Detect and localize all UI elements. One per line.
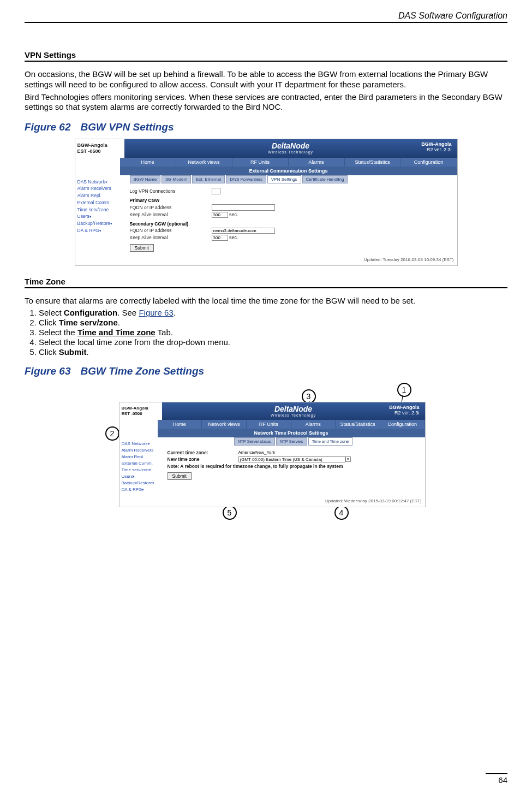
vpn-paragraph-2: Bird Technologies offers monitoring serv…: [25, 92, 507, 113]
nav-home[interactable]: Home: [120, 158, 176, 167]
figure-62-caption: BGW VPN Settings: [80, 121, 174, 133]
step-4: Select the local time zone from the drop…: [39, 337, 507, 347]
step-1: Select Configuration. See Figure 63.: [39, 308, 507, 317]
brand-banner: DeltaNode Wireless Technology BGW-Angola…: [124, 139, 457, 158]
log-vpn-checkbox[interactable]: [212, 188, 220, 194]
tz-tab-bar: NTP Server status NTP Servers Time and T…: [168, 437, 420, 446]
figure-63-link[interactable]: Figure 63: [139, 308, 173, 317]
primary-keepalive-input[interactable]: 300: [212, 212, 228, 218]
tz-submit-button[interactable]: Submit: [168, 472, 192, 480]
tz-side-backup[interactable]: Backup/Restore: [122, 480, 160, 486]
tz-side-external-comm[interactable]: External Comm.: [122, 460, 160, 467]
tz-side-alarm-receivers[interactable]: Alarm Receivers: [122, 447, 160, 454]
secondary-fqdn-label: FQDN or IP address: [130, 228, 212, 233]
side-external-comm[interactable]: External Comm.: [77, 199, 122, 206]
tz-host-label: BGW-AngolaEST -0500: [119, 402, 162, 419]
tab-ntp-server-status[interactable]: NTP Server status: [234, 437, 275, 446]
host-label: BGW-AngolaEST -0500: [75, 139, 124, 158]
callout-4: 4: [334, 506, 349, 520]
tab-bar: BGW Name 3G-Modem Ext. Ethernet DNS Forw…: [130, 175, 452, 183]
tab-vpn-settings[interactable]: VPN Settings: [267, 175, 301, 183]
section-heading-timezone: Time Zone: [25, 277, 507, 288]
tz-side-menu: DAS Network Alarm Receivers Alarm Repl. …: [119, 437, 162, 496]
tz-side-das-network[interactable]: DAS Network: [122, 441, 160, 447]
new-tz-label: New time zone: [168, 456, 238, 462]
nav-network-views[interactable]: Network views: [176, 158, 232, 167]
nav-configuration[interactable]: Configuration: [401, 158, 457, 167]
dropdown-icon[interactable]: ▾: [345, 456, 351, 462]
tz-nav-configuration[interactable]: Configuration: [380, 420, 425, 429]
vpn-paragraph-1: On occasions, the BGW will be set up beh…: [25, 69, 507, 90]
new-tz-dropdown[interactable]: (GMT-05:00) Eastern Time (US & Canada): [238, 456, 345, 462]
nav-rf-units[interactable]: RF Units: [232, 158, 289, 167]
figure-63-title: Figure 63BGW Time Zone Settings: [25, 365, 507, 377]
tz-side-alarm-repl[interactable]: Alarm Repl.: [122, 454, 160, 460]
step-5: Click Submit.: [39, 347, 507, 357]
tz-nav-network-views[interactable]: Network views: [202, 420, 247, 429]
tz-side-da-rpg[interactable]: DA & RPG: [122, 486, 160, 493]
tz-nav-home[interactable]: Home: [158, 420, 202, 429]
primary-fqdn-label: FQDN or IP address: [130, 205, 212, 210]
callout-1: 1: [397, 383, 411, 397]
side-menu: DAS Network Alarm Receivers Alarm Repl. …: [75, 175, 124, 255]
secondary-keepalive-label: Keep Alive interval: [130, 235, 212, 240]
primary-cgw-heading: Primary CGW: [130, 198, 452, 203]
current-tz-value: America/New_York: [238, 450, 276, 455]
side-da-rpg[interactable]: DA & RPG: [77, 227, 122, 234]
timezone-steps: Select Configuration. See Figure 63. Cli…: [25, 308, 507, 357]
section-heading-vpn: VPN Settings: [25, 50, 507, 62]
tz-side-time-serv[interactable]: Time serv/zone: [122, 467, 160, 473]
tz-main-nav: Home Network views RF Units Alarms Statu…: [158, 420, 425, 429]
tz-sub-banner: Network Time Protocol Settings: [158, 429, 425, 437]
submit-button[interactable]: Submit: [130, 244, 154, 252]
secondary-cgw-heading: Secondary CGW (optional): [130, 221, 452, 227]
secondary-keepalive-unit: sec.: [229, 235, 238, 240]
current-tz-label: Current time zone:: [168, 450, 238, 455]
tz-brand-banner: DeltaNode Wireless Technology BGW-Angola…: [162, 402, 425, 419]
figure-62-screenshot: BGW-AngolaEST -0500 DeltaNode Wireless T…: [75, 139, 458, 266]
figure-62-title: Figure 62BGW VPN Settings: [25, 121, 507, 133]
step-3: Select the Time and Time zone Tab.: [39, 328, 507, 337]
figure-63-screenshot: BGW-AngolaEST -0500 DeltaNode Wireless T…: [119, 402, 426, 507]
tz-side-users[interactable]: Users: [122, 473, 160, 480]
tab-ntp-servers[interactable]: NTP Servers: [276, 437, 307, 446]
side-time-serv[interactable]: Time serv/zone: [77, 206, 122, 213]
tab-cert-handling[interactable]: Certificate Handling: [302, 175, 348, 183]
side-backup[interactable]: Backup/Restore: [77, 220, 122, 227]
figure-63-caption: BGW Time Zone Settings: [80, 365, 204, 377]
nav-status[interactable]: Status/Statistics: [345, 158, 401, 167]
page-number: 64: [486, 773, 507, 785]
primary-fqdn-input[interactable]: [212, 204, 275, 211]
sub-banner: External Communication Settings: [120, 167, 457, 175]
side-alarm-repl[interactable]: Alarm Repl.: [77, 192, 122, 199]
tz-nav-rf-units[interactable]: RF Units: [247, 420, 291, 429]
tab-dns-forwarders[interactable]: DNS Forwarders: [226, 175, 266, 183]
tab-bgw-name[interactable]: BGW Name: [130, 175, 161, 183]
tz-nav-alarms[interactable]: Alarms: [291, 420, 336, 429]
tz-updated-timestamp: Updated: Wednesday 2015-03-19 08:12:47 (…: [158, 496, 425, 507]
tab-3g-modem[interactable]: 3G-Modem: [162, 175, 191, 183]
nav-alarms[interactable]: Alarms: [289, 158, 345, 167]
secondary-keepalive-input[interactable]: 300: [212, 235, 228, 241]
updated-timestamp: Updated: Tuesday 2016-03-08 10:09:34 (ES…: [120, 255, 457, 265]
side-users[interactable]: Users: [77, 213, 122, 220]
page-header: DAS Software Configuration: [25, 11, 507, 23]
main-nav: Home Network views RF Units Alarms Statu…: [120, 158, 457, 167]
step-2: Click Time serv/zone.: [39, 318, 507, 327]
tab-ext-ethernet[interactable]: Ext. Ethernet: [192, 175, 225, 183]
primary-keepalive-unit: sec.: [229, 212, 238, 217]
side-das-network[interactable]: DAS Network: [77, 179, 122, 186]
tz-nav-status[interactable]: Status/Statistics: [336, 420, 380, 429]
figure-62-number: Figure 62: [25, 121, 70, 133]
primary-keepalive-label: Keep Alive interval: [130, 212, 212, 217]
side-alarm-receivers[interactable]: Alarm Receivers: [77, 185, 122, 192]
figure-63-number: Figure 63: [25, 365, 70, 377]
tab-time-and-timezone[interactable]: Time and Time zone: [308, 437, 353, 446]
log-vpn-label: Log VPN Connections: [130, 188, 212, 194]
callout-5: 5: [223, 506, 237, 520]
timezone-intro: To ensure that alarms are correctly labe…: [25, 296, 507, 306]
tz-note: Note: A reboot is required for timezone …: [168, 464, 343, 469]
secondary-fqdn-input[interactable]: nemo3.deltanode.com: [212, 228, 275, 234]
